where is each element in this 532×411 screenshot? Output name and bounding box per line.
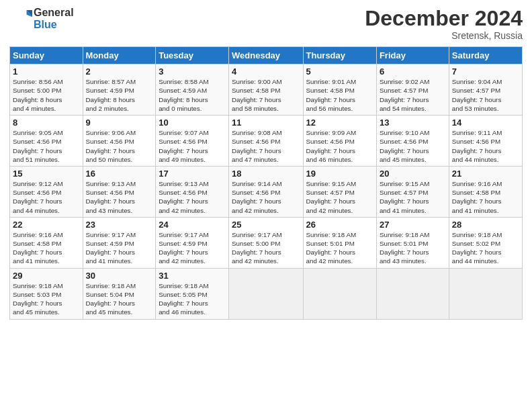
calendar-cell: 14Sunrise: 9:11 AMSunset: 4:56 PMDayligh… — [449, 116, 522, 167]
day-info: Sunrise: 9:01 AMSunset: 4:58 PMDaylight:… — [306, 77, 373, 113]
calendar-cell: 24Sunrise: 9:17 AMSunset: 4:59 PMDayligh… — [156, 217, 229, 268]
calendar-cell: 15Sunrise: 9:12 AMSunset: 4:56 PMDayligh… — [10, 166, 83, 217]
calendar-cell: 17Sunrise: 9:13 AMSunset: 4:56 PMDayligh… — [156, 166, 229, 217]
day-info: Sunrise: 9:18 AMSunset: 5:02 PMDaylight:… — [452, 230, 519, 266]
day-number: 19 — [306, 169, 373, 179]
calendar-cell: 2Sunrise: 8:57 AMSunset: 4:59 PMDaylight… — [83, 64, 156, 116]
day-info: Sunrise: 8:56 AMSunset: 5:00 PMDaylight:… — [13, 77, 80, 113]
header: General Blue December 2024 Sretensk, Rus… — [9, 7, 523, 41]
day-number: 25 — [232, 220, 300, 230]
day-number: 27 — [380, 220, 446, 230]
calendar-cell — [449, 268, 522, 319]
calendar-cell: 26Sunrise: 9:18 AMSunset: 5:01 PMDayligh… — [303, 217, 376, 268]
calendar-cell: 6Sunrise: 9:02 AMSunset: 4:57 PMDaylight… — [376, 64, 449, 116]
day-number: 30 — [86, 271, 153, 281]
day-info: Sunrise: 9:15 AMSunset: 4:57 PMDaylight:… — [380, 179, 446, 215]
page-title: December 2024 — [365, 7, 523, 30]
day-number: 8 — [13, 118, 80, 128]
calendar-cell: 4Sunrise: 9:00 AMSunset: 4:58 PMDaylight… — [229, 64, 303, 116]
calendar-cell: 8Sunrise: 9:05 AMSunset: 4:56 PMDaylight… — [10, 116, 83, 167]
day-info: Sunrise: 9:16 AMSunset: 4:58 PMDaylight:… — [13, 230, 80, 266]
calendar-cell: 23Sunrise: 9:17 AMSunset: 4:59 PMDayligh… — [83, 217, 156, 268]
calendar-cell: 16Sunrise: 9:13 AMSunset: 4:56 PMDayligh… — [83, 166, 156, 217]
calendar-table: Sunday Monday Tuesday Wednesday Thursday… — [9, 46, 523, 319]
day-info: Sunrise: 9:11 AMSunset: 4:56 PMDaylight:… — [452, 128, 519, 164]
day-info: Sunrise: 9:05 AMSunset: 4:56 PMDaylight:… — [13, 128, 80, 164]
calendar-cell: 18Sunrise: 9:14 AMSunset: 4:56 PMDayligh… — [229, 166, 303, 217]
day-number: 3 — [159, 66, 226, 77]
day-number: 4 — [232, 66, 300, 77]
day-info: Sunrise: 9:18 AMSunset: 5:01 PMDaylight:… — [306, 230, 373, 266]
day-number: 15 — [13, 169, 80, 179]
day-info: Sunrise: 9:08 AMSunset: 4:56 PMDaylight:… — [232, 128, 300, 164]
calendar-week-4: 22Sunrise: 9:16 AMSunset: 4:58 PMDayligh… — [10, 217, 523, 268]
day-info: Sunrise: 8:58 AMSunset: 4:59 AMDaylight:… — [159, 77, 226, 113]
calendar-cell: 12Sunrise: 9:09 AMSunset: 4:56 PMDayligh… — [303, 116, 376, 167]
col-tuesday: Tuesday — [156, 47, 229, 64]
page-container: General Blue December 2024 Sretensk, Rus… — [0, 0, 532, 326]
day-info: Sunrise: 9:18 AMSunset: 5:01 PMDaylight:… — [380, 230, 446, 266]
col-friday: Friday — [376, 47, 449, 64]
calendar-week-1: 1Sunrise: 8:56 AMSunset: 5:00 PMDaylight… — [10, 64, 523, 116]
day-number: 31 — [159, 271, 226, 281]
day-number: 5 — [306, 66, 373, 77]
calendar-week-3: 15Sunrise: 9:12 AMSunset: 4:56 PMDayligh… — [10, 166, 523, 217]
col-sunday: Sunday — [10, 47, 83, 64]
logo-line1: General — [34, 7, 74, 19]
calendar-cell: 21Sunrise: 9:16 AMSunset: 4:58 PMDayligh… — [449, 166, 522, 217]
day-number: 14 — [452, 118, 519, 128]
day-info: Sunrise: 9:07 AMSunset: 4:56 PMDaylight:… — [159, 128, 226, 164]
day-number: 24 — [159, 220, 226, 230]
day-number: 22 — [13, 220, 80, 230]
day-info: Sunrise: 9:17 AMSunset: 4:59 PMDaylight:… — [159, 230, 226, 266]
col-wednesday: Wednesday — [229, 47, 303, 64]
logo-icon — [11, 7, 32, 28]
day-info: Sunrise: 9:14 AMSunset: 4:56 PMDaylight:… — [232, 179, 300, 215]
day-number: 20 — [380, 169, 446, 179]
logo-line2: Blue — [34, 19, 74, 31]
title-block: December 2024 Sretensk, Russia — [365, 7, 523, 41]
day-number: 26 — [306, 220, 373, 230]
day-number: 13 — [380, 118, 446, 128]
calendar-cell: 20Sunrise: 9:15 AMSunset: 4:57 PMDayligh… — [376, 166, 449, 217]
day-info: Sunrise: 9:17 AMSunset: 4:59 PMDaylight:… — [86, 230, 153, 266]
day-info: Sunrise: 9:02 AMSunset: 4:57 PMDaylight:… — [380, 77, 446, 113]
calendar-cell — [303, 268, 376, 319]
day-number: 6 — [380, 66, 446, 77]
day-info: Sunrise: 9:00 AMSunset: 4:58 PMDaylight:… — [232, 77, 300, 113]
day-info: Sunrise: 9:17 AMSunset: 5:00 PMDaylight:… — [232, 230, 300, 266]
day-info: Sunrise: 9:04 AMSunset: 4:57 PMDaylight:… — [452, 77, 519, 113]
calendar-cell: 29Sunrise: 9:18 AMSunset: 5:03 PMDayligh… — [10, 268, 83, 319]
day-info: Sunrise: 9:15 AMSunset: 4:57 PMDaylight:… — [306, 179, 373, 215]
day-info: Sunrise: 9:13 AMSunset: 4:56 PMDaylight:… — [86, 179, 153, 215]
calendar-cell: 31Sunrise: 9:18 AMSunset: 5:05 PMDayligh… — [156, 268, 229, 319]
col-saturday: Saturday — [449, 47, 522, 64]
calendar-cell: 22Sunrise: 9:16 AMSunset: 4:58 PMDayligh… — [10, 217, 83, 268]
day-number: 21 — [452, 169, 519, 179]
day-number: 16 — [86, 169, 153, 179]
col-thursday: Thursday — [303, 47, 376, 64]
day-info: Sunrise: 9:12 AMSunset: 4:56 PMDaylight:… — [13, 179, 80, 215]
day-info: Sunrise: 9:18 AMSunset: 5:03 PMDaylight:… — [13, 281, 80, 317]
day-info: Sunrise: 8:57 AMSunset: 4:59 PMDaylight:… — [86, 77, 153, 113]
page-subtitle: Sretensk, Russia — [365, 30, 523, 41]
calendar-cell: 27Sunrise: 9:18 AMSunset: 5:01 PMDayligh… — [376, 217, 449, 268]
day-number: 2 — [86, 66, 153, 77]
calendar-cell: 11Sunrise: 9:08 AMSunset: 4:56 PMDayligh… — [229, 116, 303, 167]
day-number: 7 — [452, 66, 519, 77]
day-number: 29 — [13, 271, 80, 281]
day-number: 10 — [159, 118, 226, 128]
day-info: Sunrise: 9:16 AMSunset: 4:58 PMDaylight:… — [452, 179, 519, 215]
day-number: 23 — [86, 220, 153, 230]
calendar-cell: 5Sunrise: 9:01 AMSunset: 4:58 PMDaylight… — [303, 64, 376, 116]
day-number: 17 — [159, 169, 226, 179]
day-number: 9 — [86, 118, 153, 128]
day-number: 28 — [452, 220, 519, 230]
calendar-week-5: 29Sunrise: 9:18 AMSunset: 5:03 PMDayligh… — [10, 268, 523, 319]
day-number: 11 — [232, 118, 300, 128]
day-number: 12 — [306, 118, 373, 128]
calendar-cell — [229, 268, 303, 319]
day-info: Sunrise: 9:09 AMSunset: 4:56 PMDaylight:… — [306, 128, 373, 164]
day-info: Sunrise: 9:10 AMSunset: 4:56 PMDaylight:… — [380, 128, 446, 164]
day-info: Sunrise: 9:18 AMSunset: 5:04 PMDaylight:… — [86, 281, 153, 317]
